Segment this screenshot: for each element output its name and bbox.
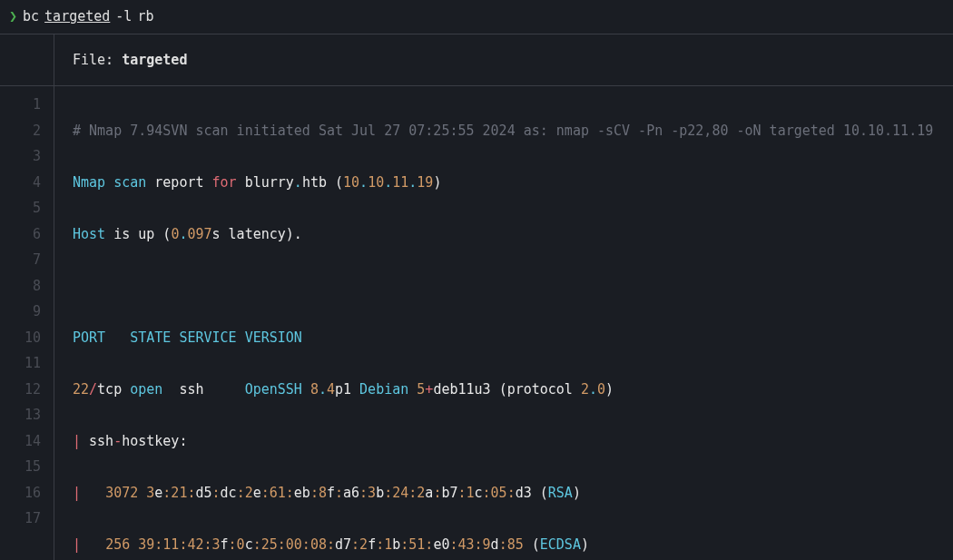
line-number: 12 bbox=[0, 377, 41, 403]
line-number: 1 bbox=[0, 92, 41, 118]
code-line: # Nmap 7.94SVN scan initiated Sat Jul 27… bbox=[73, 118, 933, 144]
file-header: File: targeted bbox=[0, 34, 953, 87]
cmd-rb: rb bbox=[137, 4, 153, 30]
line-number: 6 bbox=[0, 221, 41, 248]
code-line: PORT STATE SERVICE VERSION bbox=[73, 325, 933, 351]
line-number: 16 bbox=[0, 480, 41, 506]
line-number: 4 bbox=[0, 170, 41, 196]
line-number: 7 bbox=[0, 247, 41, 273]
gutter-spacer bbox=[0, 34, 54, 86]
line-number: 5 bbox=[0, 195, 41, 221]
code-line: | ssh-hostkey: bbox=[73, 428, 933, 455]
code-line: | 3072 3e:21:d5:dc:2e:61:eb:8f:a6:3b:24:… bbox=[73, 480, 933, 506]
line-number: 17 bbox=[0, 506, 41, 532]
code-content[interactable]: # Nmap 7.94SVN scan initiated Sat Jul 27… bbox=[54, 86, 933, 560]
line-number: 8 bbox=[0, 273, 41, 300]
line-number: 9 bbox=[0, 299, 41, 325]
line-number: 10 bbox=[0, 325, 41, 351]
code-line bbox=[73, 273, 933, 300]
code-line: Nmap scan report for blurry.htb (10.10.1… bbox=[73, 170, 933, 196]
line-number: 14 bbox=[0, 428, 41, 455]
code-body: 1 2 3 4 5 6 7 8 9 10 11 12 13 14 15 16 1… bbox=[0, 86, 953, 560]
prompt-symbol: ❯ bbox=[9, 4, 17, 30]
line-number: 13 bbox=[0, 402, 41, 428]
file-label: File: targeted bbox=[54, 34, 205, 86]
file-name: targeted bbox=[122, 52, 187, 68]
code-line: 22/tcp open ssh OpenSSH 8.4p1 Debian 5+d… bbox=[73, 377, 933, 403]
line-number: 11 bbox=[0, 350, 41, 377]
line-gutter: 1 2 3 4 5 6 7 8 9 10 11 12 13 14 15 16 1… bbox=[0, 86, 54, 560]
file-prefix: File: bbox=[73, 52, 122, 68]
code-line: Host is up (0.097s latency). bbox=[73, 221, 933, 248]
line-number: 2 bbox=[0, 118, 41, 144]
cmd-targeted: targeted bbox=[44, 4, 110, 30]
cmd-bc: bc bbox=[23, 4, 39, 30]
line-number: 3 bbox=[0, 143, 41, 170]
code-line: | 256 39:11:42:3f:0c:25:00:08:d7:2f:1b:5… bbox=[73, 532, 933, 558]
cmd-flag: -l bbox=[115, 4, 132, 30]
command-prompt[interactable]: ❯ bc targeted -l rb bbox=[0, 0, 953, 34]
line-number: 15 bbox=[0, 454, 41, 480]
